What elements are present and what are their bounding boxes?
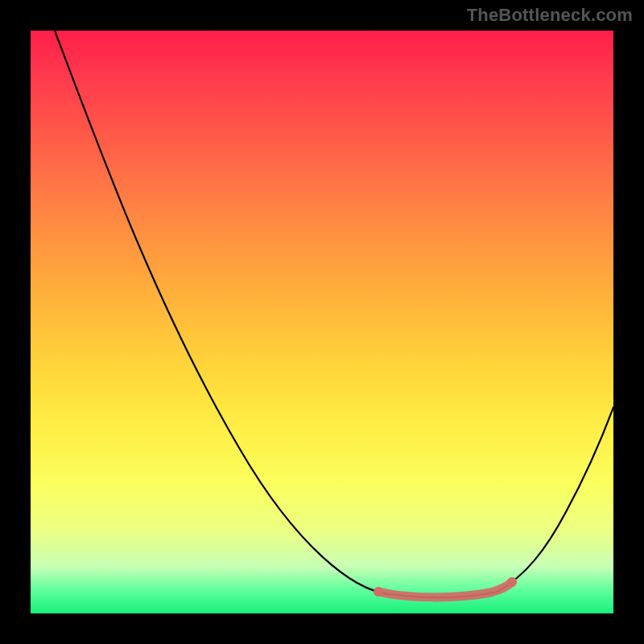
plot-area <box>31 31 613 613</box>
curve-path <box>55 31 613 597</box>
optimal-zone-band <box>378 582 512 597</box>
bottleneck-curve <box>31 31 613 613</box>
watermark-text: TheBottleneck.com <box>467 5 633 26</box>
chart-stage: TheBottleneck.com <box>0 0 644 644</box>
optimal-zone-start-dot <box>374 587 383 597</box>
optimal-zone-end-dot <box>507 577 517 587</box>
